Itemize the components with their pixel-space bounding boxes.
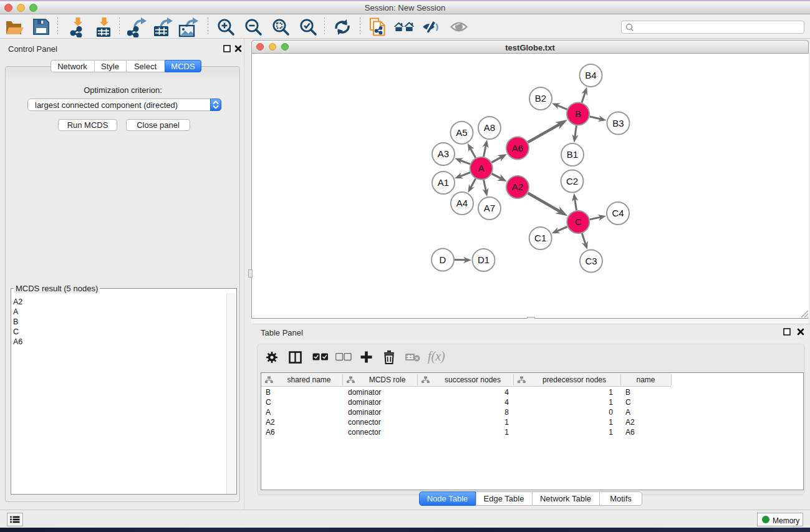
svg-text:B: B: [575, 109, 581, 119]
svg-text:A8: A8: [484, 122, 495, 133]
svg-text:B4: B4: [585, 70, 596, 80]
svg-text:D1: D1: [478, 254, 489, 265]
svg-text:A4: A4: [456, 198, 468, 208]
svg-text:A5: A5: [456, 127, 467, 138]
svg-text:A: A: [478, 163, 485, 173]
svg-text:A6: A6: [512, 143, 523, 153]
svg-text:C2: C2: [566, 176, 578, 186]
svg-text:A7: A7: [484, 203, 495, 213]
svg-text:A1: A1: [438, 177, 449, 188]
svg-text:D: D: [440, 254, 446, 265]
svg-text:B2: B2: [535, 93, 546, 104]
svg-text:C3: C3: [585, 256, 597, 266]
svg-text:A3: A3: [438, 148, 449, 159]
svg-text:C4: C4: [612, 208, 624, 218]
svg-text:C1: C1: [534, 233, 546, 243]
svg-text:C: C: [575, 216, 582, 227]
svg-text:B1: B1: [567, 149, 578, 160]
svg-text:B3: B3: [612, 118, 624, 128]
svg-text:A2: A2: [512, 181, 523, 192]
